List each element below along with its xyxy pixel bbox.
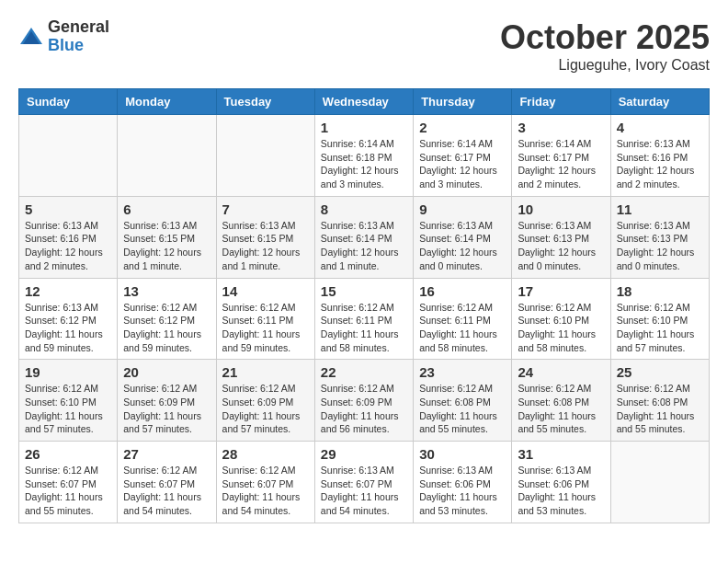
cell-info-text: Sunrise: 6:12 AM Sunset: 6:09 PM Dayligh… <box>123 382 210 436</box>
cell-date-number: 19 <box>25 364 111 380</box>
cell-info-text: Sunrise: 6:13 AM Sunset: 6:13 PM Dayligh… <box>617 219 703 273</box>
calendar-cell: 18Sunrise: 6:12 AM Sunset: 6:10 PM Dayli… <box>610 278 709 360</box>
weekday-header: Thursday <box>414 89 512 115</box>
calendar-cell: 4Sunrise: 6:13 AM Sunset: 6:16 PM Daylig… <box>610 115 709 197</box>
cell-date-number: 15 <box>321 283 407 299</box>
calendar-cell: 17Sunrise: 6:12 AM Sunset: 6:10 PM Dayli… <box>512 278 610 360</box>
cell-info-text: Sunrise: 6:12 AM Sunset: 6:11 PM Dayligh… <box>419 301 506 355</box>
weekday-header: Monday <box>118 89 216 115</box>
cell-info-text: Sunrise: 6:12 AM Sunset: 6:10 PM Dayligh… <box>617 301 703 355</box>
cell-date-number: 17 <box>518 283 604 299</box>
calendar-week-row: 26Sunrise: 6:12 AM Sunset: 6:07 PM Dayli… <box>19 442 710 523</box>
cell-date-number: 1 <box>321 120 407 135</box>
cell-info-text: Sunrise: 6:13 AM Sunset: 6:13 PM Dayligh… <box>518 219 604 273</box>
weekday-header: Wednesday <box>314 89 413 115</box>
cell-date-number: 4 <box>617 120 703 135</box>
weekday-header: Saturday <box>610 89 709 115</box>
calendar-cell: 10Sunrise: 6:13 AM Sunset: 6:13 PM Dayli… <box>512 196 610 278</box>
cell-date-number: 6 <box>123 201 210 217</box>
cell-date-number: 20 <box>123 364 210 380</box>
cell-info-text: Sunrise: 6:13 AM Sunset: 6:14 PM Dayligh… <box>321 219 407 273</box>
logo-general-text: General <box>48 18 109 37</box>
cell-date-number: 29 <box>321 446 407 462</box>
weekday-header: Friday <box>512 89 610 115</box>
cell-date-number: 18 <box>617 283 703 299</box>
cell-date-number: 24 <box>518 364 604 380</box>
cell-date-number: 16 <box>419 283 506 299</box>
cell-info-text: Sunrise: 6:14 AM Sunset: 6:17 PM Dayligh… <box>518 137 604 191</box>
cell-date-number: 21 <box>222 364 309 380</box>
cell-date-number: 8 <box>321 201 407 217</box>
calendar-cell: 14Sunrise: 6:12 AM Sunset: 6:11 PM Dayli… <box>216 278 314 360</box>
cell-info-text: Sunrise: 6:13 AM Sunset: 6:15 PM Dayligh… <box>222 219 309 273</box>
calendar-cell: 23Sunrise: 6:12 AM Sunset: 6:08 PM Dayli… <box>414 360 512 442</box>
month-title: October 2025 <box>500 18 710 57</box>
cell-info-text: Sunrise: 6:13 AM Sunset: 6:07 PM Dayligh… <box>321 464 407 518</box>
cell-info-text: Sunrise: 6:12 AM Sunset: 6:11 PM Dayligh… <box>321 301 407 355</box>
cell-date-number: 26 <box>25 446 111 462</box>
cell-info-text: Sunrise: 6:12 AM Sunset: 6:08 PM Dayligh… <box>518 382 604 436</box>
cell-info-text: Sunrise: 6:12 AM Sunset: 6:08 PM Dayligh… <box>617 382 703 436</box>
logo-text: General Blue <box>48 18 109 55</box>
cell-info-text: Sunrise: 6:13 AM Sunset: 6:06 PM Dayligh… <box>518 464 604 518</box>
calendar-cell: 6Sunrise: 6:13 AM Sunset: 6:15 PM Daylig… <box>118 196 216 278</box>
calendar-week-row: 12Sunrise: 6:13 AM Sunset: 6:12 PM Dayli… <box>19 278 710 360</box>
calendar-cell <box>19 115 118 197</box>
cell-date-number: 10 <box>518 201 604 217</box>
cell-date-number: 25 <box>617 364 703 380</box>
calendar-cell: 13Sunrise: 6:12 AM Sunset: 6:12 PM Dayli… <box>118 278 216 360</box>
calendar-cell: 28Sunrise: 6:12 AM Sunset: 6:07 PM Dayli… <box>216 442 314 523</box>
cell-date-number: 12 <box>25 283 111 299</box>
cell-info-text: Sunrise: 6:14 AM Sunset: 6:18 PM Dayligh… <box>321 137 407 191</box>
cell-info-text: Sunrise: 6:13 AM Sunset: 6:06 PM Dayligh… <box>419 464 506 518</box>
calendar-cell: 24Sunrise: 6:12 AM Sunset: 6:08 PM Dayli… <box>512 360 610 442</box>
logo-blue-text: Blue <box>48 37 109 55</box>
calendar-cell: 15Sunrise: 6:12 AM Sunset: 6:11 PM Dayli… <box>314 278 413 360</box>
calendar-cell: 31Sunrise: 6:13 AM Sunset: 6:06 PM Dayli… <box>512 442 610 523</box>
cell-date-number: 3 <box>518 120 604 135</box>
calendar-cell: 12Sunrise: 6:13 AM Sunset: 6:12 PM Dayli… <box>19 278 118 360</box>
calendar-cell <box>118 115 216 197</box>
cell-date-number: 14 <box>222 283 309 299</box>
calendar-cell: 8Sunrise: 6:13 AM Sunset: 6:14 PM Daylig… <box>314 196 413 278</box>
calendar-cell: 20Sunrise: 6:12 AM Sunset: 6:09 PM Dayli… <box>118 360 216 442</box>
cell-info-text: Sunrise: 6:12 AM Sunset: 6:07 PM Dayligh… <box>222 464 309 518</box>
calendar-cell: 11Sunrise: 6:13 AM Sunset: 6:13 PM Dayli… <box>610 196 709 278</box>
cell-date-number: 27 <box>123 446 210 462</box>
calendar-cell <box>610 442 709 523</box>
calendar-cell <box>216 115 314 197</box>
calendar-week-row: 5Sunrise: 6:13 AM Sunset: 6:16 PM Daylig… <box>19 196 710 278</box>
calendar-cell: 1Sunrise: 6:14 AM Sunset: 6:18 PM Daylig… <box>314 115 413 197</box>
calendar-cell: 25Sunrise: 6:12 AM Sunset: 6:08 PM Dayli… <box>610 360 709 442</box>
cell-date-number: 5 <box>25 201 111 217</box>
title-area: October 2025 Ligueguhe, Ivory Coast <box>500 18 710 74</box>
cell-info-text: Sunrise: 6:13 AM Sunset: 6:16 PM Dayligh… <box>25 219 111 273</box>
cell-info-text: Sunrise: 6:12 AM Sunset: 6:07 PM Dayligh… <box>25 464 111 518</box>
calendar-cell: 29Sunrise: 6:13 AM Sunset: 6:07 PM Dayli… <box>314 442 413 523</box>
cell-info-text: Sunrise: 6:12 AM Sunset: 6:10 PM Dayligh… <box>25 382 111 436</box>
calendar-cell: 5Sunrise: 6:13 AM Sunset: 6:16 PM Daylig… <box>19 196 118 278</box>
calendar-cell: 3Sunrise: 6:14 AM Sunset: 6:17 PM Daylig… <box>512 115 610 197</box>
weekday-header: Sunday <box>19 89 118 115</box>
cell-info-text: Sunrise: 6:14 AM Sunset: 6:17 PM Dayligh… <box>419 137 506 191</box>
calendar-cell: 2Sunrise: 6:14 AM Sunset: 6:17 PM Daylig… <box>414 115 512 197</box>
calendar-header-row: SundayMondayTuesdayWednesdayThursdayFrid… <box>19 89 710 115</box>
cell-info-text: Sunrise: 6:12 AM Sunset: 6:07 PM Dayligh… <box>123 464 210 518</box>
calendar-cell: 22Sunrise: 6:12 AM Sunset: 6:09 PM Dayli… <box>314 360 413 442</box>
cell-date-number: 22 <box>321 364 407 380</box>
cell-info-text: Sunrise: 6:12 AM Sunset: 6:08 PM Dayligh… <box>419 382 506 436</box>
cell-info-text: Sunrise: 6:12 AM Sunset: 6:11 PM Dayligh… <box>222 301 309 355</box>
cell-info-text: Sunrise: 6:12 AM Sunset: 6:12 PM Dayligh… <box>123 301 210 355</box>
calendar-week-row: 19Sunrise: 6:12 AM Sunset: 6:10 PM Dayli… <box>19 360 710 442</box>
page-header: General Blue October 2025 Ligueguhe, Ivo… <box>18 18 710 74</box>
cell-date-number: 9 <box>419 201 506 217</box>
calendar-cell: 16Sunrise: 6:12 AM Sunset: 6:11 PM Dayli… <box>414 278 512 360</box>
cell-date-number: 30 <box>419 446 506 462</box>
cell-info-text: Sunrise: 6:12 AM Sunset: 6:09 PM Dayligh… <box>222 382 309 436</box>
cell-date-number: 13 <box>123 283 210 299</box>
calendar-cell: 30Sunrise: 6:13 AM Sunset: 6:06 PM Dayli… <box>414 442 512 523</box>
cell-date-number: 23 <box>419 364 506 380</box>
cell-info-text: Sunrise: 6:13 AM Sunset: 6:16 PM Dayligh… <box>617 137 703 191</box>
cell-info-text: Sunrise: 6:13 AM Sunset: 6:12 PM Dayligh… <box>25 301 111 355</box>
cell-info-text: Sunrise: 6:13 AM Sunset: 6:14 PM Dayligh… <box>419 219 506 273</box>
